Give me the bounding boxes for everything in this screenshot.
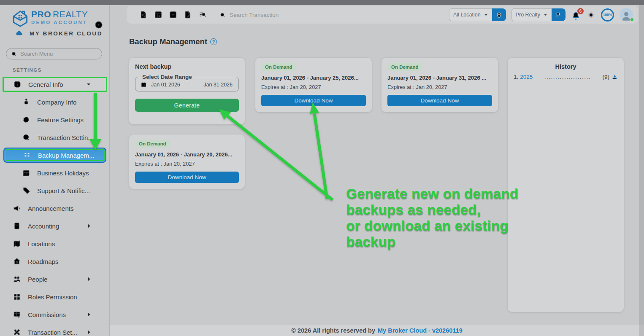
footer-link[interactable]: My Broker Cloud - v20260119 <box>378 327 463 334</box>
annotation-line: or download an existing <box>346 218 518 234</box>
toolbar-button[interactable] <box>184 11 192 19</box>
sidebar-item[interactable]: Accounting <box>0 217 110 235</box>
sidebar-item-icon <box>22 133 30 142</box>
history-year-link[interactable]: 2025 <box>520 74 533 80</box>
transaction-search-input[interactable]: Search Transaction <box>219 12 279 18</box>
toolbar-button[interactable] <box>154 11 162 19</box>
download-now-button[interactable]: Download Now <box>135 172 239 183</box>
sidebar-item[interactable]: Backup Managem... <box>3 148 106 163</box>
location-select-group: All Location <box>449 8 506 21</box>
notifications-button[interactable]: 6 <box>571 9 581 20</box>
brand-logo: PROREALTY DEMO ACCOUNT <box>0 5 109 28</box>
brand-select[interactable]: Pro Realty <box>511 8 552 21</box>
sidebar-item-icon <box>22 116 30 124</box>
sidebar-item[interactable]: Transaction Settin... <box>0 129 110 146</box>
download-now-button[interactable]: Download Now <box>387 95 492 106</box>
sidebar-item-icon <box>13 275 21 283</box>
page-title: Backup Management <box>129 37 207 46</box>
app-root: PROREALTY DEMO ACCOUNT MY BROKER CLOUD S… <box>0 0 644 336</box>
sidebar-item-label: Accounting <box>28 223 59 230</box>
sidebar-item-icon <box>13 257 21 266</box>
toolbar-icon <box>169 11 177 19</box>
on-demand-badge: On Demand <box>135 140 170 148</box>
help-icon[interactable]: ? <box>210 38 217 45</box>
backup-expiry: Expires at : Jan 20, 2027 <box>261 84 366 90</box>
user-avatar[interactable] <box>620 8 633 22</box>
sidebar-item-label: Support & Notific... <box>37 187 90 194</box>
sidebar-search-input[interactable]: Search Menu <box>6 48 102 59</box>
sidebar: PROREALTY DEMO ACCOUNT MY BROKER CLOUD S… <box>0 5 110 336</box>
generate-button[interactable]: Generate <box>135 99 239 112</box>
next-backup-card: Next backup Select Date Range Jan 01 202… <box>129 58 245 124</box>
on-demand-badge: On Demand <box>387 63 422 71</box>
backup-expiry: Expires at : Jan 20, 2027 <box>387 84 492 90</box>
sidebar-item[interactable]: Transaction Set... <box>0 323 110 336</box>
search-icon <box>219 12 226 18</box>
next-backup-title: Next backup <box>135 63 240 70</box>
toolbar-button[interactable] <box>169 11 177 19</box>
sidebar-item-icon <box>13 239 21 248</box>
download-icon[interactable] <box>612 74 618 80</box>
date-range-label: Select Date Range <box>140 74 194 80</box>
usage-badge[interactable]: 100% <box>601 8 614 22</box>
brand-text: PROREALTY DEMO ACCOUNT <box>31 9 88 25</box>
history-card: History 1. 2025 ..................... (9… <box>508 58 624 312</box>
sidebar-search-placeholder: Search Menu <box>20 51 53 57</box>
window-top-edge <box>0 0 644 5</box>
chevron-icon <box>86 223 92 229</box>
start-date-field[interactable]: Jan 01 2026 <box>151 82 180 88</box>
location-select[interactable]: All Location <box>449 8 492 21</box>
sidebar-item-icon <box>13 293 21 301</box>
toolbar-icon <box>184 11 192 19</box>
scrollbar-track[interactable] <box>639 5 644 336</box>
backup-card: On Demand January 01, 2026 - January 31,… <box>382 58 498 112</box>
end-date-field[interactable]: Jan 31 2026 <box>203 82 233 88</box>
annotation-line: Generate new on demand <box>346 186 518 202</box>
sidebar-item[interactable]: Business Holidays <box>0 164 110 182</box>
sidebar-item[interactable]: General Info <box>3 77 107 92</box>
sidebar-item-icon <box>13 222 21 230</box>
product-name: MY BROKER CLOUD <box>30 30 103 37</box>
chevron-icon <box>86 276 92 282</box>
sidebar-item-icon <box>13 80 22 89</box>
annotation-line: backup <box>346 234 518 250</box>
sidebar-item-icon <box>13 328 21 336</box>
theme-toggle-button[interactable] <box>587 11 595 19</box>
sidebar-item[interactable]: Locations <box>0 235 110 253</box>
backup-date-range: January 01, 2026 - January 20, 2026... <box>135 151 239 158</box>
toolbar-button[interactable] <box>198 11 207 19</box>
chevron-down-icon <box>484 13 488 17</box>
history-list: 1. 2025 ..................... (9) <box>514 74 618 80</box>
chevron-icon <box>86 312 92 317</box>
date-separator: - <box>180 82 203 88</box>
sidebar-item[interactable]: Commissions <box>0 306 110 323</box>
location-pin-icon <box>495 11 503 19</box>
toolbar-button[interactable] <box>139 11 148 19</box>
sidebar-item-label: General Info <box>28 81 63 88</box>
calendar-icon <box>141 81 147 88</box>
chevron-icon <box>86 81 92 87</box>
chevron-down-icon <box>543 13 548 17</box>
toolbar <box>139 11 207 19</box>
sidebar-item[interactable]: Announcements <box>0 199 110 217</box>
sidebar-item[interactable]: Feature Settings <box>0 111 110 129</box>
sidebar-item[interactable]: Roles Permission <box>0 288 110 306</box>
sidebar-item[interactable]: Support & Notific... <box>0 182 110 199</box>
history-title: History <box>514 63 618 70</box>
sidebar-item[interactable]: Roadmaps <box>0 253 110 270</box>
location-pin-button[interactable] <box>492 8 506 21</box>
house-logo-icon <box>11 9 30 28</box>
sidebar-collapse-icon[interactable] <box>94 20 103 30</box>
history-row: 1. 2025 ..................... (9) <box>514 74 618 80</box>
sidebar-item-icon <box>23 151 31 159</box>
flag-button[interactable] <box>552 8 566 21</box>
sidebar-item[interactable]: People <box>0 270 110 288</box>
on-demand-badge: On Demand <box>261 63 296 71</box>
sidebar-item-label: Locations <box>28 240 55 247</box>
sidebar-item-icon <box>13 204 21 212</box>
brand-subtitle: DEMO ACCOUNT <box>31 20 88 25</box>
date-range-fieldset: Select Date Range Jan 01 2026 - Jan 31 2… <box>135 74 239 91</box>
sidebar-item[interactable]: Company Info <box>0 93 110 111</box>
download-now-button[interactable]: Download Now <box>261 95 366 106</box>
history-dots: ..................... <box>533 74 602 80</box>
